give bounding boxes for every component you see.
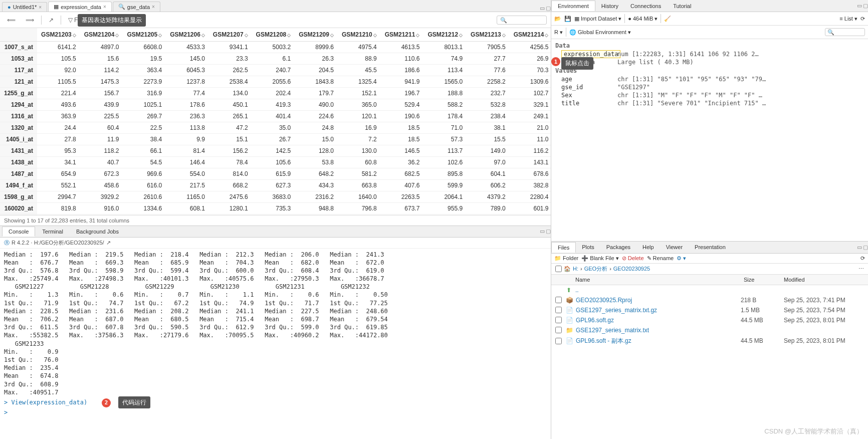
table-row[interactable]: 1053_at105.515.619.5145.023.36.126.388.9…: [0, 53, 551, 65]
table-row[interactable]: 1294_at493.6439.91025.1178.6450.1419.349…: [0, 99, 551, 111]
tab-history[interactable]: History: [595, 1, 624, 11]
refresh-icon[interactable]: ⟳: [860, 255, 865, 262]
ellipsis-icon[interactable]: ⋯: [858, 266, 864, 272]
env-item-expression-data[interactable]: expression_data num [1:22283, 1:31] 6141…: [551, 50, 868, 58]
tab-help[interactable]: Help: [636, 242, 660, 252]
minimize-icon[interactable]: ▭: [540, 5, 545, 12]
console-prompt[interactable]: >: [4, 409, 11, 416]
show-in-window-button[interactable]: ↗: [46, 16, 57, 25]
memory-indicator[interactable]: ● 464 MiB ▾: [628, 16, 658, 22]
refresh-icon[interactable]: ⟳: [860, 16, 865, 22]
column-header[interactable]: GSM21204◇: [80, 28, 123, 42]
back-button[interactable]: ⟸: [4, 16, 19, 25]
table-row[interactable]: 1405_i_at27.811.938.49.915.126.715.07.21…: [0, 134, 551, 145]
rename-button[interactable]: ✎ Rename: [647, 255, 674, 262]
file-row[interactable]: 📄 GPL96.soft.gz 44.5 MB Sep 25, 2023, 8:…: [551, 315, 868, 325]
list-view-button[interactable]: ≡ List ▾: [839, 16, 857, 22]
home-icon[interactable]: 🏠: [564, 266, 571, 272]
tab-environment[interactable]: Environment: [551, 1, 595, 11]
scope-select[interactable]: 🌐 Global Environment ▾: [569, 29, 631, 36]
column-header[interactable]: GSM21206◇: [166, 28, 209, 42]
column-header[interactable]: GSM21208◇: [252, 28, 295, 42]
close-icon[interactable]: ×: [152, 4, 155, 10]
new-folder-button[interactable]: 📁 Folder: [554, 255, 578, 262]
table-row[interactable]: 1438_at34.140.754.5146.478.4105.653.860.…: [0, 157, 551, 168]
file-checkbox[interactable]: [555, 338, 562, 344]
file-row[interactable]: 📁 GSE1297_series_matrix.txt: [551, 325, 868, 335]
tab-expression-data[interactable]: ▦ expression_data ×: [48, 2, 112, 12]
popout-icon[interactable]: ↗: [106, 240, 111, 246]
more-button[interactable]: ⚙ ▾: [677, 255, 686, 262]
select-all-checkbox[interactable]: [555, 266, 562, 272]
minimize-icon[interactable]: ▭: [857, 3, 862, 9]
search-input[interactable]: [497, 16, 547, 25]
column-header[interactable]: GSM21205◇: [123, 28, 166, 42]
minimize-icon[interactable]: ▭: [857, 244, 862, 251]
column-header[interactable]: GSM21209◇: [295, 28, 338, 42]
file-name[interactable]: GEO20230925.Rproj: [576, 297, 738, 304]
forward-button[interactable]: ⟹: [23, 16, 37, 25]
file-name[interactable]: GPL96.soft - 副本.gz: [576, 337, 738, 345]
close-icon[interactable]: ×: [39, 5, 42, 10]
import-dataset-button[interactable]: ▦ Import Dataset ▾: [574, 16, 621, 22]
crumb[interactable]: GEO20230925: [613, 266, 650, 272]
load-icon[interactable]: 📂: [554, 16, 561, 22]
table-row[interactable]: 1598_g_at2994.73929.22610.61165.02475.63…: [0, 191, 551, 203]
minimize-icon[interactable]: ▭: [540, 228, 545, 235]
file-row[interactable]: 📄 GSE1297_series_matrix.txt.gz 1.5 MB Se…: [551, 305, 868, 315]
maximize-icon[interactable]: ▢: [863, 244, 868, 251]
tab-presentation[interactable]: Presentation: [689, 242, 732, 252]
file-checkbox[interactable]: [555, 307, 562, 313]
env-item[interactable]: agechr [1:31] "85" "101" "95" "65" "93" …: [551, 75, 868, 83]
column-header[interactable]: GSM21203◇: [37, 28, 80, 42]
tab-console[interactable]: Console: [2, 227, 35, 237]
table-row[interactable]: 1431_at95.3118.266.181.4156.2142.5128.01…: [0, 145, 551, 157]
column-header[interactable]: GSM21207◇: [209, 28, 252, 42]
data-grid[interactable]: GSM21203◇GSM21204◇GSM21205◇GSM21206◇GSM2…: [0, 28, 551, 215]
column-header[interactable]: GSM21214◇: [510, 28, 551, 42]
lang-select[interactable]: R ▾: [554, 29, 563, 36]
table-row[interactable]: 160020_at819.8916.01334.6608.11280.1735.…: [0, 203, 551, 214]
table-row[interactable]: 1487_at654.9672.3969.6554.0814.0615.9648…: [0, 168, 551, 180]
tab-bgjobs[interactable]: Background Jobs: [70, 227, 125, 236]
tab-plots[interactable]: Plots: [576, 242, 600, 252]
maximize-icon[interactable]: ▢: [863, 3, 868, 9]
tab-connections[interactable]: Connections: [624, 1, 667, 11]
new-file-button[interactable]: ➕ Blank File ▾: [581, 255, 618, 262]
file-checkbox[interactable]: [555, 327, 562, 333]
file-row[interactable]: 📄 GPL96.soft - 副本.gz 44.5 MB Sep 25, 202…: [551, 335, 868, 347]
table-row[interactable]: 1320_at24.460.422.5113.847.235.024.816.9…: [0, 122, 551, 134]
crumb[interactable]: H:: [573, 266, 578, 272]
table-row[interactable]: 1494_f_at552.1458.6616.0217.5668.2627.34…: [0, 180, 551, 191]
file-name[interactable]: GSE1297_series_matrix.txt.gz: [576, 307, 738, 314]
crumb[interactable]: GEO分析: [584, 265, 607, 273]
env-list[interactable]: Data expression_data num [1:22283, 1:31]…: [551, 39, 868, 241]
column-header[interactable]: GSM21210◇: [338, 28, 381, 42]
file-checkbox[interactable]: [555, 297, 562, 303]
tab-untitled[interactable]: ● Untitled1* ×: [2, 2, 47, 12]
tab-packages[interactable]: Packages: [600, 242, 636, 252]
env-item[interactable]: Sexchr [1:31] "M" "F" "F" "F" "M" "F" "F…: [551, 91, 868, 99]
env-search-input[interactable]: [825, 28, 865, 36]
broom-icon[interactable]: 🧹: [664, 16, 671, 22]
column-header[interactable]: GSM21213◇: [467, 28, 510, 42]
table-row[interactable]: 1255_g_at221.4156.7316.977.4134.0202.417…: [0, 88, 551, 99]
table-row[interactable]: 117_at92.0114.2363.46045.3262.5240.7204.…: [0, 65, 551, 76]
env-item-gse-data[interactable]: ●gse_data Large list ( 40.3 MB) 1 鼠标点击: [551, 58, 868, 66]
close-icon[interactable]: ×: [103, 4, 106, 10]
file-name[interactable]: GPL96.soft.gz: [576, 317, 738, 324]
tab-gse-data[interactable]: 🔍 gse_data ×: [113, 2, 160, 12]
column-header[interactable]: GSM21212◇: [423, 28, 467, 42]
tab-files[interactable]: Files: [551, 242, 576, 253]
delete-button[interactable]: ⊘ Delete: [622, 255, 644, 262]
column-header[interactable]: GSM21211◇: [381, 28, 424, 42]
table-row[interactable]: 1316_at363.9225.5269.7236.3265.1401.4224…: [0, 111, 551, 122]
file-checkbox[interactable]: [555, 317, 562, 323]
maximize-icon[interactable]: ▢: [546, 5, 551, 12]
tab-viewer[interactable]: Viewer: [660, 242, 689, 252]
env-item[interactable]: gse_id"GSE1297": [551, 83, 868, 91]
file-name[interactable]: GSE1297_series_matrix.txt: [576, 327, 738, 334]
maximize-icon[interactable]: ▢: [546, 228, 551, 235]
table-row[interactable]: 1007_s_at6141.24897.06608.04533.39341.15…: [0, 42, 551, 53]
env-item[interactable]: titlechr [1:31] "Severe 701" "Incipient …: [551, 99, 868, 107]
